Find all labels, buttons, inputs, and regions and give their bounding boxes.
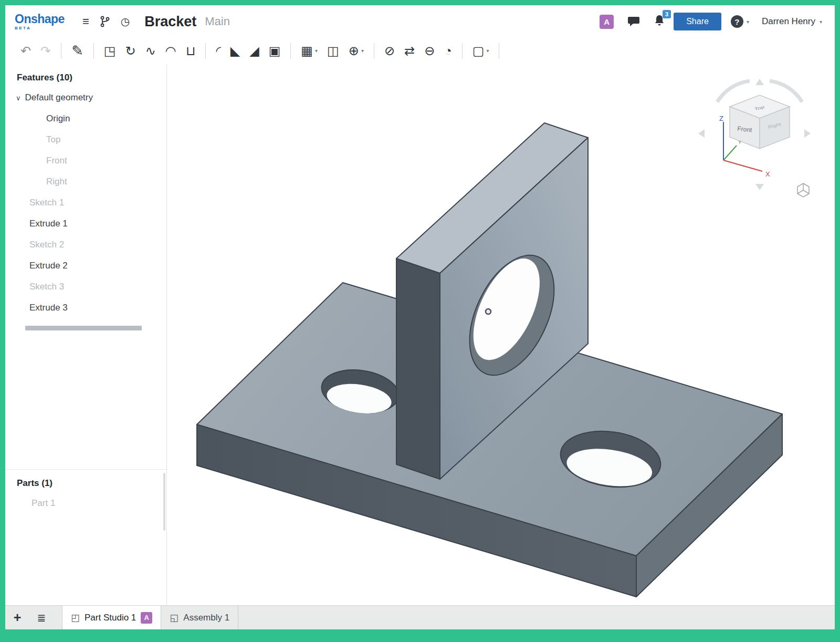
iso-view-button[interactable]: [797, 183, 809, 197]
split-button[interactable]: ⊘: [380, 44, 400, 58]
rollback-bar[interactable]: [25, 326, 142, 330]
tab-label: Part Studio 1: [85, 613, 136, 623]
features-header: Features (10): [5, 73, 166, 87]
branch-icon: [100, 16, 110, 27]
modify-fillet-button[interactable]: ◔: [439, 44, 457, 58]
mirror-button[interactable]: ◫: [322, 44, 344, 58]
origin-marker: [486, 309, 491, 314]
y-axis-label: Y: [738, 140, 741, 145]
tree-item-label: Sketch 2: [29, 240, 64, 250]
tab-manager-button[interactable]: ≣: [29, 606, 54, 629]
tree-item-label: Extrude 2: [29, 261, 68, 271]
loft-icon: ◠: [165, 45, 176, 57]
delete-part-button[interactable]: ⊖: [419, 44, 439, 58]
tree-item-origin[interactable]: Origin: [5, 108, 166, 129]
transform-icon: ⇄: [404, 45, 415, 57]
help-icon: ?: [731, 15, 743, 28]
tree-item-extrude-1[interactable]: Extrude 1: [5, 213, 166, 234]
sweep-button[interactable]: ∿: [141, 44, 161, 58]
bracket-model[interactable]: [197, 123, 782, 597]
thicken-icon: ⊔: [186, 45, 196, 57]
chamfer-icon: ◣: [230, 45, 240, 57]
fillet-button[interactable]: ◜: [211, 44, 225, 58]
workspace-name: Main: [205, 15, 230, 28]
toolbar-separator: [499, 43, 499, 59]
panel-scrollbar[interactable]: [163, 473, 165, 531]
parts-header: Parts (1): [5, 478, 166, 493]
draft-button[interactable]: ◢: [245, 44, 264, 58]
tree-item-extrude-3[interactable]: Extrude 3: [5, 297, 166, 318]
tab-list-icon: ≣: [37, 612, 46, 624]
insert-button[interactable]: ▢ ▾: [468, 44, 494, 58]
revolve-button[interactable]: ↻: [121, 44, 141, 58]
bracket-model-canvas[interactable]: Top Front Right Z Y X: [167, 64, 835, 605]
insert-dropdown-caret: ▾: [486, 48, 489, 54]
tab-assembly-1[interactable]: ◱ Assembly 1: [161, 606, 238, 629]
part-item-label: Part 1: [32, 498, 55, 509]
tree-item-sketch-3[interactable]: Sketch 3: [5, 276, 166, 297]
insert-icon: ▢: [472, 45, 485, 57]
onshape-logo[interactable]: Onshape BETA: [15, 13, 65, 30]
shell-button[interactable]: ▣: [264, 44, 286, 58]
parts-item-part-1[interactable]: Part 1: [5, 493, 166, 514]
toolbar-separator: [61, 43, 61, 59]
help-button[interactable]: ? ▾: [730, 14, 750, 29]
view-cube[interactable]: Top Front Right Z Y X: [698, 79, 811, 197]
part-studio-icon: ◰: [71, 612, 80, 624]
avatar[interactable]: A: [600, 15, 614, 29]
tree-item-right-plane[interactable]: Right: [5, 171, 166, 192]
share-button[interactable]: Share: [674, 13, 721, 30]
add-tab-button[interactable]: +: [5, 606, 29, 629]
draft-icon: ◢: [249, 45, 259, 57]
loft-button[interactable]: ◠: [161, 44, 181, 58]
z-axis-label: Z: [719, 115, 723, 122]
tree-item-label: Origin: [46, 113, 70, 124]
user-menu[interactable]: Darren Henry ▾: [759, 16, 825, 27]
modify-fillet-icon: ◔: [444, 45, 452, 57]
tree-item-sketch-1[interactable]: Sketch 1: [5, 192, 166, 213]
tab-part-studio-1[interactable]: ◰ Part Studio 1 A: [62, 606, 161, 629]
boolean-dropdown-caret: ▾: [361, 48, 364, 54]
versions-button[interactable]: [94, 14, 116, 29]
toolbar-separator: [205, 43, 206, 59]
extrude-button[interactable]: ◳: [99, 44, 121, 58]
feature-tree-panel: Features (10) ∨ Default geometry Origin …: [5, 64, 167, 605]
tree-item-default-geometry[interactable]: ∨ Default geometry: [5, 87, 166, 108]
sweep-icon: ∿: [145, 45, 156, 57]
tree-item-sketch-2[interactable]: Sketch 2: [5, 234, 166, 255]
linear-pattern-icon: ▦: [301, 45, 313, 57]
comment-button[interactable]: [622, 14, 645, 29]
logo-beta-label: BETA: [15, 26, 65, 30]
tree-item-top-plane[interactable]: Top: [5, 129, 166, 150]
chevron-down-icon: ∨: [16, 94, 21, 102]
boolean-button[interactable]: ⊕ ▾: [344, 44, 369, 58]
history-button[interactable]: ◷: [116, 13, 135, 30]
sketch-icon: ✎: [71, 44, 83, 58]
chamfer-button[interactable]: ◣: [226, 44, 245, 58]
parts-section: Parts (1) Part 1: [5, 469, 166, 514]
undo-button[interactable]: ↶: [16, 44, 36, 58]
user-caret-icon: ▾: [820, 19, 822, 25]
mirror-icon: ◫: [327, 45, 339, 57]
clock-icon: ◷: [121, 15, 130, 28]
x-axis-label: X: [765, 170, 770, 178]
thicken-button[interactable]: ⊔: [181, 44, 201, 58]
plus-icon: +: [14, 610, 22, 625]
main-content: Features (10) ∨ Default geometry Origin …: [5, 64, 835, 605]
top-bar: Onshape BETA ≡ ◷ Bracket Main A 3 Sha: [5, 5, 835, 38]
tree-item-label: Right: [46, 177, 67, 187]
toolbar-separator: [290, 43, 291, 59]
main-menu-button[interactable]: ≡: [77, 13, 94, 30]
notification-badge: 3: [663, 10, 671, 18]
redo-button[interactable]: ↷: [36, 44, 56, 58]
tree-item-extrude-2[interactable]: Extrude 2: [5, 255, 166, 276]
tree-item-front-plane[interactable]: Front: [5, 150, 166, 171]
notifications-button[interactable]: 3: [654, 14, 665, 29]
tab-avatar-badge: A: [141, 612, 152, 624]
model-viewport[interactable]: Top Front Right Z Y X: [167, 64, 835, 605]
linear-pattern-button[interactable]: ▦ ▾: [296, 44, 322, 58]
extrude-icon: ◳: [104, 45, 116, 57]
transform-button[interactable]: ⇄: [400, 44, 419, 58]
pattern-dropdown-caret: ▾: [315, 48, 318, 54]
sketch-button[interactable]: ✎: [67, 43, 88, 59]
